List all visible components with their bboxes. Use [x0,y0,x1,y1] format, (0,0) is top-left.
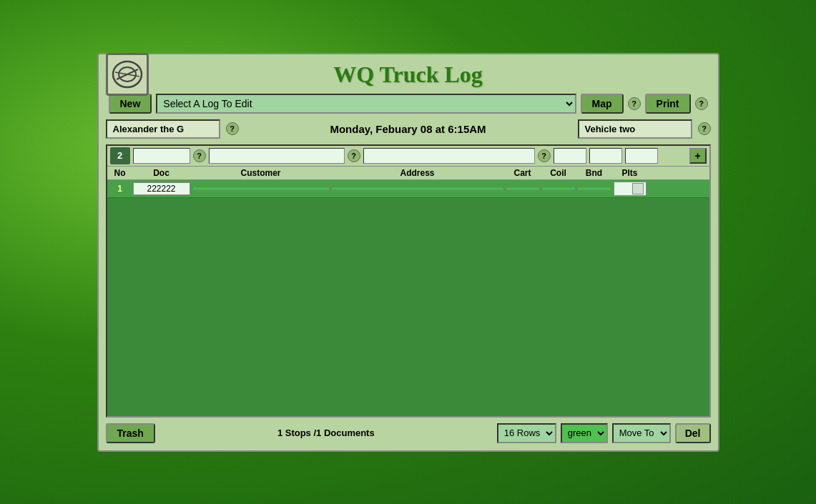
print-button[interactable]: Print [645,94,691,114]
date-display: Monday, Febuary 08 at 6:15AM [245,123,572,135]
col-header-plts: Plts [614,168,647,178]
col-header-doc: Doc [133,168,190,178]
data-rows: 1 222222 [107,180,709,416]
address-input[interactable] [363,148,535,164]
cell-address-1[interactable] [332,187,503,190]
table-row: 1 222222 [107,180,709,198]
vehicle-help-icon[interactable]: ? [698,122,711,135]
map-help-icon[interactable]: ? [628,97,641,110]
doc-help-icon[interactable]: ? [193,149,206,162]
col-header-address: Address [332,168,503,178]
user-field: Alexander the G [106,119,220,139]
select-log-dropdown[interactable]: Select A Log To Edit [156,94,576,114]
app-title: WQ Truck Log [333,61,483,88]
footer-status: 1 Stops /1 Documents [159,428,493,438]
info-bar: Alexander the G ? Monday, Febuary 08 at … [106,119,711,139]
customer-input[interactable] [209,148,345,164]
doc-input[interactable] [133,148,190,164]
map-button[interactable]: Map [581,94,624,114]
cell-customer-1[interactable] [193,187,329,190]
rows-select[interactable]: 16 Rows 8 Rows 24 Rows [497,423,556,443]
column-headers: No Doc Customer Address Cart Coil Bnd Pl… [107,167,709,180]
print-help-icon[interactable]: ? [695,97,708,110]
app-logo [106,53,149,96]
plts-checkbox-1[interactable] [632,183,644,194]
cell-doc-1[interactable]: 222222 [133,182,190,195]
cell-coil-1[interactable] [542,187,575,190]
color-select[interactable]: green blue red [561,423,608,443]
col-header-cart: Cart [506,168,539,178]
cell-cart-1[interactable] [506,187,539,190]
footer-bar: Trash 1 Stops /1 Documents 16 Rows 8 Row… [106,423,711,443]
table-input-row: 2 ? ? ? + [107,146,709,167]
col-header-coil: Coil [542,168,575,178]
cart-input[interactable] [554,148,586,164]
main-window: WQ Truck Log New Select A Log To Edit Ma… [97,53,719,452]
moveto-select[interactable]: Move To [612,423,671,443]
new-button[interactable]: New [109,94,152,114]
toolbar: New Select A Log To Edit Map ? Print ? [106,94,711,114]
vehicle-field: Vehicle two [578,119,692,139]
cell-plts-1[interactable] [614,182,647,196]
title-bar: WQ Truck Log [106,61,711,88]
bnd-input[interactable] [625,148,658,164]
col-header-customer: Customer [193,168,329,178]
row-count-badge: 2 [110,147,130,164]
coil-input[interactable] [589,148,622,164]
col-header-no: No [110,168,130,178]
user-help-icon[interactable]: ? [226,122,239,135]
col-header-bnd: Bnd [578,168,611,178]
table-area: 2 ? ? ? + No Doc Customer Address Cart C… [106,144,711,417]
customer-help-icon[interactable]: ? [348,149,360,162]
trash-button[interactable]: Trash [106,423,155,443]
cell-no-1: 1 [110,184,130,194]
cell-bnd-1[interactable] [578,187,611,190]
del-button[interactable]: Del [675,423,711,443]
address-help-icon[interactable]: ? [538,149,551,162]
add-row-button[interactable]: + [689,148,707,164]
